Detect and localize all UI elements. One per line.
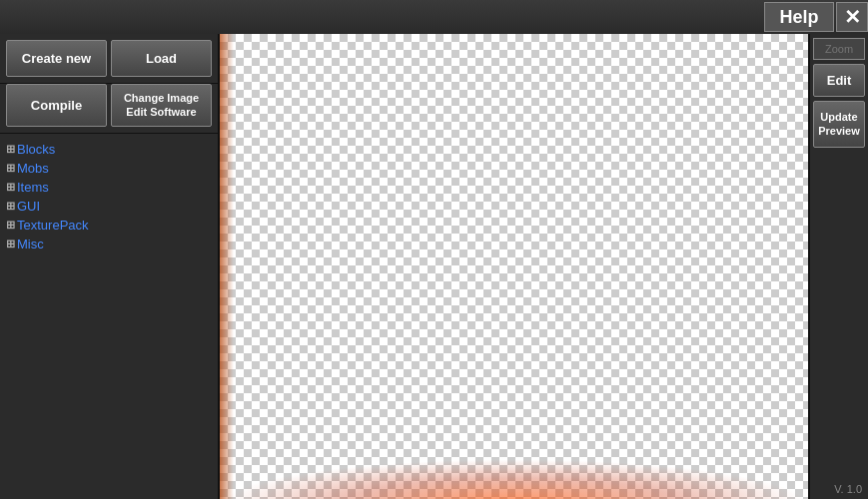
tree-item-label: Mobs [17, 161, 49, 176]
canvas-area [220, 34, 808, 499]
close-button[interactable]: ✕ [836, 2, 868, 32]
edit-button[interactable]: Edit [813, 64, 865, 97]
version-label: V. 1.0 [834, 483, 862, 495]
update-preview-button[interactable]: UpdatePreview [813, 101, 865, 148]
left-panel: Create new Load Compile Change ImageEdit… [0, 34, 220, 499]
tree-item-label: Misc [17, 237, 44, 251]
tree-item-mobs[interactable]: ⊞ Mobs [4, 159, 214, 178]
tree-item-label: Items [17, 180, 49, 195]
right-panel: Edit UpdatePreview [808, 34, 868, 499]
load-button[interactable]: Load [111, 40, 212, 77]
tree-item-label: Blocks [17, 142, 55, 157]
tree-item-gui[interactable]: ⊞ GUI [4, 197, 214, 216]
tree-item-misc[interactable]: ⊞ Misc [4, 235, 214, 253]
main-layout: Create new Load Compile Change ImageEdit… [0, 34, 868, 499]
tree-expand-icon: ⊞ [6, 200, 15, 213]
help-button[interactable]: Help [764, 2, 834, 32]
zoom-input[interactable] [813, 38, 865, 60]
tree-item-label: GUI [17, 199, 40, 214]
create-new-button[interactable]: Create new [6, 40, 107, 77]
tree-expand-icon: ⊞ [6, 238, 15, 250]
tree-item-label: TexturePack [17, 218, 89, 233]
second-buttons: Compile Change ImageEdit Software [0, 84, 218, 134]
change-image-button[interactable]: Change ImageEdit Software [111, 84, 212, 127]
tree-expand-icon: ⊞ [6, 143, 15, 156]
tree-expand-icon: ⊞ [6, 219, 15, 232]
tree-item-items[interactable]: ⊞ Items [4, 178, 214, 197]
tree-expand-icon: ⊞ [6, 162, 15, 175]
titlebar: Help ✕ [0, 0, 868, 34]
top-buttons: Create new Load [0, 34, 218, 84]
tree-item-texturepack[interactable]: ⊞ TexturePack [4, 216, 214, 235]
tree-item-blocks[interactable]: ⊞ Blocks [4, 140, 214, 159]
tree-expand-icon: ⊞ [6, 181, 15, 194]
tree-panel: ⊞ Blocks⊞ Mobs⊞ Items⊞ GUI⊞ TexturePack⊞… [0, 134, 218, 499]
checker-background [220, 34, 808, 499]
compile-button[interactable]: Compile [6, 84, 107, 127]
